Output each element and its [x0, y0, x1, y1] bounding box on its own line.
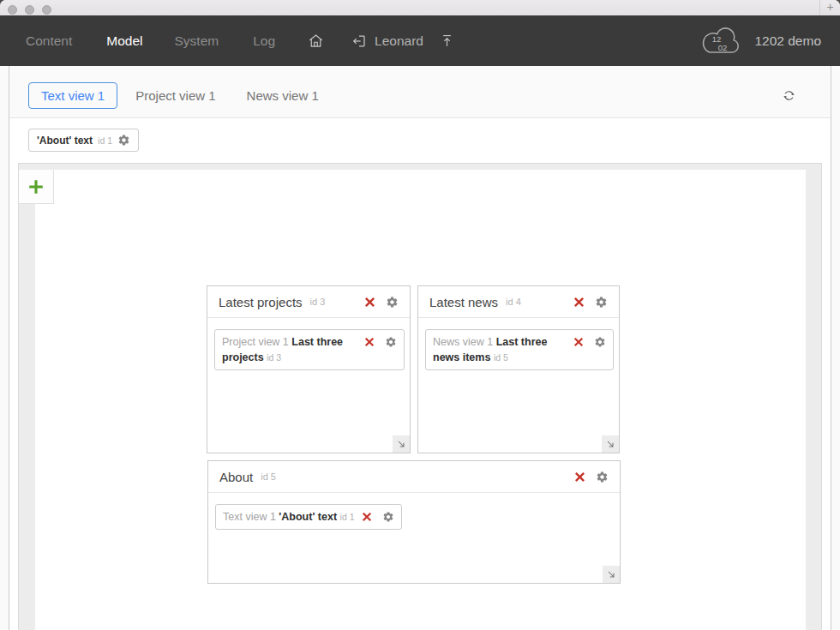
block-chip-project-view[interactable]: Project view 1 Last three projects id 3 [214, 329, 405, 370]
view-tabs: Text view 1 Project view 1 News view 1 [9, 66, 831, 118]
panel-body: Project view 1 Last three projects id 3 [207, 318, 410, 381]
resize-handle[interactable] [393, 435, 410, 453]
panel-header: Latest news id 4 [418, 286, 619, 318]
block-chip-news-view[interactable]: News view 1 Last three news items id 5 [425, 329, 614, 370]
delete-icon[interactable] [573, 337, 584, 347]
main-container: Text view 1 Project view 1 News view 1 '… [9, 66, 831, 630]
nav-item-model[interactable]: Model [106, 33, 142, 49]
tab-project-view-1[interactable]: Project view 1 [135, 82, 215, 109]
chip-id: id 1 [98, 135, 112, 146]
publish-icon[interactable] [439, 33, 455, 49]
layout-canvas: Latest projects id 3 Project view 1 Last… [18, 163, 822, 630]
tab-text-view-1[interactable]: Text view 1 [28, 82, 117, 109]
panel-title: Latest projects [219, 295, 303, 309]
block-chip-text: Project view 1 Last three projects id 3 [222, 334, 364, 365]
delete-icon[interactable] [362, 512, 372, 522]
panel-id: id 3 [310, 297, 326, 307]
panel-id: id 5 [261, 471, 276, 482]
gear-icon[interactable] [382, 511, 394, 523]
view-source-chip[interactable]: 'About' text id 1 [28, 129, 139, 152]
panel-header: Latest projects id 3 [207, 286, 410, 318]
plus-icon [27, 177, 45, 196]
cloud-version-icon: 12 02 [699, 27, 743, 56]
gear-icon[interactable] [117, 134, 130, 147]
block-chip-text-view[interactable]: Text view 1 'About' text id 1 [215, 504, 402, 530]
gear-icon[interactable] [594, 336, 606, 348]
gear-icon[interactable] [595, 296, 608, 309]
panel-latest-projects: Latest projects id 3 Project view 1 Last… [207, 285, 411, 453]
gear-icon[interactable] [385, 336, 397, 348]
gear-icon[interactable] [596, 471, 609, 483]
svg-text:02: 02 [718, 42, 728, 51]
nav-item-system[interactable]: System [175, 33, 219, 49]
traffic-lights [8, 5, 51, 15]
panel-title: Latest news [429, 295, 498, 309]
minimize-button[interactable] [25, 5, 34, 15]
resize-handle[interactable] [602, 435, 619, 453]
home-icon[interactable] [307, 32, 325, 50]
panel-body: Text view 1 'About' text id 1 [208, 493, 620, 541]
close-button[interactable] [8, 5, 17, 15]
delete-icon[interactable] [364, 337, 375, 347]
panel-id: id 4 [506, 297, 521, 307]
app-window: + Content Model System Log Leonard [0, 0, 840, 630]
nav-menu: Content Model System Log Leonard [0, 32, 455, 50]
delete-icon[interactable] [573, 297, 585, 308]
resize-handle[interactable] [603, 566, 620, 583]
new-tab-button[interactable]: + [819, 0, 840, 15]
delete-icon[interactable] [364, 297, 375, 308]
titlebar: + [0, 0, 840, 15]
panel-latest-news: Latest news id 4 News view 1 Last three … [417, 285, 620, 453]
panel-header: About id 5 [208, 461, 620, 493]
panel-title: About [219, 470, 253, 484]
logout-icon [351, 33, 368, 50]
chip-title: 'About' text [37, 135, 93, 147]
panel-body: News view 1 Last three news items id 5 [418, 318, 619, 381]
user-name: Leonard [375, 33, 423, 49]
block-chip-text: News view 1 Last three news items id 5 [433, 334, 573, 365]
site-name: 1202 demo [754, 33, 821, 49]
add-block-button[interactable] [19, 170, 54, 204]
page-background: Text view 1 Project view 1 News view 1 '… [0, 66, 840, 630]
gear-icon[interactable] [386, 296, 399, 309]
zoom-button[interactable] [42, 5, 51, 15]
block-chip-text: Text view 1 'About' text id 1 [223, 509, 355, 525]
navbar-right: 12 02 1202 demo [699, 15, 821, 66]
nav-item-log[interactable]: Log [253, 33, 275, 49]
chip-row: 'About' text id 1 [9, 118, 831, 163]
delete-icon[interactable] [574, 471, 585, 483]
nav-item-content[interactable]: Content [26, 33, 72, 49]
logout-link[interactable]: Leonard [351, 33, 423, 50]
panel-about: About id 5 Text view 1 'About' text id 1 [207, 460, 621, 584]
navbar: Content Model System Log Leonard [0, 15, 840, 66]
refresh-icon[interactable] [781, 87, 797, 104]
tab-news-view-1[interactable]: News view 1 [247, 82, 319, 109]
